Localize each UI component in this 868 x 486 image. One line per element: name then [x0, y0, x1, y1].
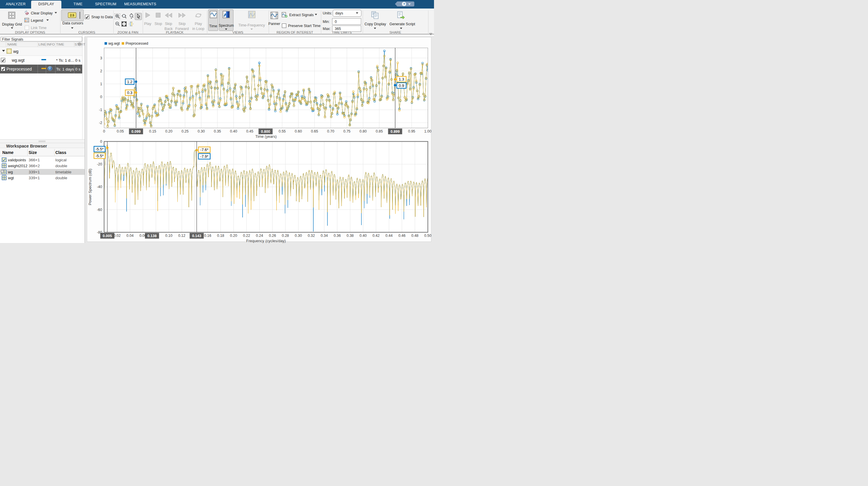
svg-text:Frequency (cycles/day): Frequency (cycles/day): [246, 238, 286, 243]
svg-text:-2: -2: [99, 121, 102, 125]
svg-text:0.24: 0.24: [256, 234, 263, 238]
svg-text:0.75: 0.75: [343, 129, 350, 134]
svg-text:0.35: 0.35: [214, 129, 221, 134]
svg-text:-7.9*: -7.9*: [200, 154, 208, 159]
svg-text:0.20: 0.20: [230, 234, 237, 238]
svg-text:0: 0: [103, 129, 105, 134]
svg-text:0: 0: [100, 140, 102, 144]
svg-text:0.10: 0.10: [165, 234, 173, 238]
svg-text:0.3: 0.3: [127, 90, 132, 95]
svg-text:0.34: 0.34: [321, 234, 328, 238]
svg-text:0.85: 0.85: [376, 129, 382, 134]
svg-text:1.2: 1.2: [127, 80, 132, 84]
svg-text:0.899: 0.899: [391, 130, 400, 134]
svg-text:0.36: 0.36: [334, 234, 341, 238]
svg-text:0.15: 0.15: [149, 129, 156, 134]
svg-text:1.3: 1.3: [399, 77, 404, 81]
svg-text:0.30: 0.30: [197, 129, 205, 134]
svg-text:0.138: 0.138: [147, 234, 156, 238]
svg-text:0.40: 0.40: [360, 234, 367, 238]
svg-text:0.800: 0.800: [261, 130, 270, 134]
svg-text:-7.6*: -7.6*: [200, 147, 208, 152]
svg-text:wg.wgt: wg.wgt: [108, 41, 120, 46]
svg-text:0.02: 0.02: [113, 234, 120, 238]
svg-text:-5.5*: -5.5*: [95, 154, 103, 158]
svg-text:0.9: 0.9: [399, 83, 404, 88]
svg-text:Power Spectrum (dB): Power Spectrum (dB): [88, 169, 92, 205]
svg-text:0.30: 0.30: [295, 234, 302, 238]
svg-text:0.48: 0.48: [411, 234, 418, 238]
svg-text:Preprocessed: Preprocessed: [126, 41, 148, 46]
svg-text:0.42: 0.42: [372, 234, 379, 238]
svg-text:0.70: 0.70: [327, 129, 334, 134]
svg-text:1: 1: [100, 82, 102, 86]
svg-text:0: 0: [100, 95, 102, 99]
svg-text:-80: -80: [97, 230, 102, 234]
svg-text:0.005: 0.005: [103, 234, 112, 238]
svg-text:0.60: 0.60: [295, 129, 302, 134]
svg-text:0.65: 0.65: [311, 129, 318, 134]
svg-text:0.143: 0.143: [192, 234, 201, 238]
svg-text:0.04: 0.04: [127, 234, 134, 238]
svg-text:-40: -40: [97, 185, 102, 189]
svg-text:0.45: 0.45: [246, 129, 253, 134]
svg-text:-1: -1: [99, 108, 102, 112]
svg-text:Time (years): Time (years): [255, 134, 277, 139]
svg-text:0.46: 0.46: [399, 234, 405, 238]
svg-text:0.95: 0.95: [408, 129, 415, 134]
svg-text:0.55: 0.55: [279, 129, 286, 134]
svg-text:0.32: 0.32: [308, 234, 315, 238]
svg-text:0.38: 0.38: [346, 234, 353, 238]
svg-text:0.18: 0.18: [217, 234, 224, 238]
svg-text:2: 2: [100, 69, 102, 73]
svg-text:0.25: 0.25: [182, 129, 188, 134]
svg-text:-5.5*: -5.5*: [95, 147, 103, 151]
svg-text:0.28: 0.28: [282, 234, 289, 238]
svg-text:0.22: 0.22: [243, 234, 250, 238]
svg-text:0.05: 0.05: [117, 129, 124, 134]
svg-text:0.16: 0.16: [204, 234, 211, 238]
svg-text:-60: -60: [97, 208, 102, 212]
svg-text:3: 3: [100, 56, 102, 60]
svg-text:0.50: 0.50: [424, 234, 431, 238]
svg-text:0.06: 0.06: [140, 234, 147, 238]
svg-text:-20: -20: [97, 162, 102, 166]
svg-text:0.40: 0.40: [230, 129, 237, 134]
svg-text:0.44: 0.44: [385, 234, 393, 238]
svg-text:1.00: 1.00: [424, 129, 431, 134]
svg-text:0.099: 0.099: [131, 130, 141, 134]
svg-text:0.20: 0.20: [165, 129, 173, 134]
svg-text:0.12: 0.12: [178, 234, 185, 238]
svg-text:0.26: 0.26: [269, 234, 276, 238]
svg-text:0.80: 0.80: [360, 129, 367, 134]
